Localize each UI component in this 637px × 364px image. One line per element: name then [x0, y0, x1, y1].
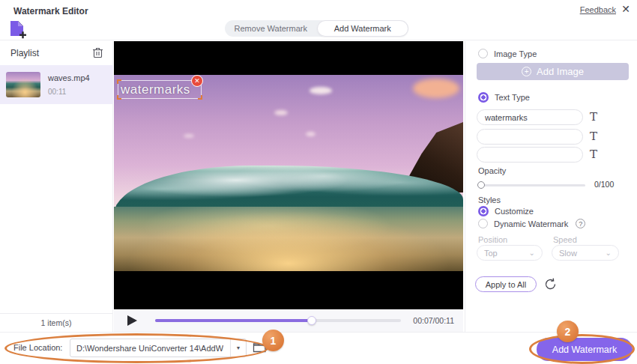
footer: File Location: ▼ 1 Add Watermark 2 [0, 332, 637, 364]
item-meta: waves.mp4 00:11 [48, 73, 90, 96]
playlist-item[interactable]: waves.mp4 00:11 [0, 65, 113, 104]
file-location-label: File Location: [13, 343, 62, 352]
speed-label: Speed [553, 235, 577, 244]
position-value: Top [484, 249, 498, 258]
step-1-badge: 1 [262, 330, 284, 351]
position-dropdown[interactable]: Top ⌄ [477, 245, 543, 261]
seek-bar[interactable] [155, 319, 401, 322]
resize-handle[interactable] [117, 95, 121, 100]
video-thumbnail [6, 72, 40, 97]
font-icon[interactable]: T [590, 148, 597, 161]
time-display: 00:07/00:11 [413, 316, 454, 325]
help-icon[interactable]: ? [576, 219, 585, 228]
reset-icon[interactable] [543, 277, 558, 291]
opacity-slider[interactable] [478, 184, 585, 186]
text-type-row: Text Type [478, 92, 530, 103]
file-location-combo: ▼ [70, 339, 247, 357]
feedback-link[interactable]: Feedback [580, 5, 616, 14]
add-file-icon [7, 19, 27, 39]
header: Watermark Editor Remove Watermark Add Wa… [0, 0, 637, 40]
position-label: Position [478, 235, 507, 244]
add-image-button[interactable]: + Add Image [477, 63, 629, 80]
text-type-radio[interactable] [478, 92, 489, 103]
combo-arrow-icon[interactable]: ▼ [230, 339, 246, 357]
dynamic-watermark-radio[interactable] [478, 219, 488, 228]
opacity-slider-handle[interactable] [477, 181, 485, 189]
resize-handle[interactable] [198, 95, 202, 100]
watermark-mode-tabs: Remove Watermark Add Watermark [225, 20, 408, 37]
customize-label: Customize [495, 207, 534, 216]
image-type-label: Image Type [494, 49, 537, 58]
image-type-radio[interactable] [478, 49, 488, 58]
item-name: waves.mp4 [48, 73, 90, 82]
customize-row: Customize [478, 206, 534, 216]
page-title: Watermark Editor [13, 6, 88, 16]
delete-icon[interactable] [92, 46, 103, 58]
opacity-value: 0/100 [594, 180, 614, 189]
watermark-editor-window: Watermark Editor Remove Watermark Add Wa… [0, 0, 637, 364]
tab-add-watermark[interactable]: Add Watermark [317, 20, 409, 37]
watermark-text-input-1[interactable] [477, 109, 583, 125]
watermark-overlay-text: watermarks [118, 81, 201, 99]
watermark-remove-icon[interactable]: ✕ [191, 75, 203, 87]
playlist-panel: Playlist waves.mp4 00:11 [0, 41, 113, 313]
tab-remove-watermark[interactable]: Remove Watermark [225, 20, 317, 37]
speed-value: Slow [559, 249, 577, 258]
play-icon[interactable] [127, 315, 137, 326]
settings-panel: Image Type + Add Image Text Type T T T O… [465, 41, 637, 332]
styles-label: Styles [478, 195, 501, 204]
dynamic-watermark-label: Dynamic Watermark [494, 219, 568, 228]
apply-to-all-button[interactable]: Apply to All [475, 276, 537, 292]
item-duration: 00:11 [48, 88, 90, 96]
seek-progress [155, 319, 312, 322]
playlist-title: Playlist [10, 48, 39, 58]
cloud [310, 87, 332, 94]
plus-icon: + [522, 67, 531, 76]
text-type-label: Text Type [495, 93, 530, 102]
speed-dropdown[interactable]: Slow ⌄ [552, 245, 619, 261]
font-icon[interactable]: T [590, 130, 597, 143]
seek-handle[interactable] [307, 316, 316, 325]
add-file-button[interactable] [7, 19, 27, 39]
file-location-input[interactable] [70, 339, 229, 357]
add-watermark-button[interactable]: Add Watermark [537, 338, 633, 361]
add-image-label: Add Image [537, 66, 584, 77]
chevron-down-icon: ⌄ [606, 249, 612, 257]
step-2-badge: 2 [557, 321, 579, 342]
chevron-down-icon: ⌄ [529, 249, 535, 257]
video-water [114, 207, 463, 271]
customize-radio[interactable] [478, 206, 489, 216]
player-bar: 00:07/00:11 [114, 309, 463, 332]
video-frame: watermarks ✕ [114, 75, 463, 271]
watermark-text-input-2[interactable] [477, 129, 583, 145]
cloud [184, 134, 194, 138]
image-type-row: Image Type [478, 49, 537, 58]
dynamic-watermark-row: Dynamic Watermark ? [478, 219, 585, 228]
playlist-count: 1 item(s) [0, 313, 113, 332]
font-icon[interactable]: T [590, 110, 597, 124]
resize-handle[interactable] [117, 79, 121, 84]
close-icon[interactable]: ✕ [621, 3, 630, 15]
watermark-text-input-3[interactable] [477, 147, 583, 163]
video-preview: watermarks ✕ [114, 41, 463, 309]
opacity-label: Opacity [478, 166, 506, 175]
watermark-overlay[interactable]: watermarks ✕ [118, 80, 202, 99]
